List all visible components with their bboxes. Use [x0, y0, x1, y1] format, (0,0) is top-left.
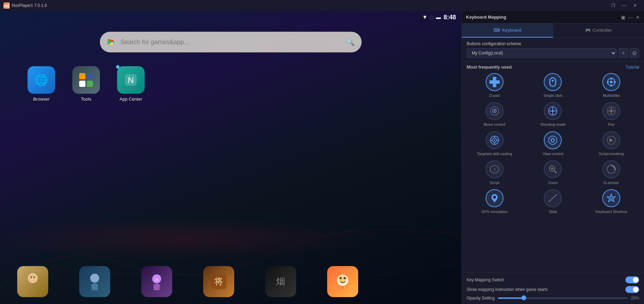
tools-app[interactable]: Tools [72, 66, 100, 102]
game-icon-1[interactable] [17, 266, 48, 297]
keyboard-tab-icon: ⌨ [494, 28, 500, 33]
control-gsensor[interactable]: G-sensor [583, 160, 639, 185]
freq-section: Most frequently used Tutorial D-pad Sing [462, 62, 644, 273]
appcenter-app[interactable]: N App Center [117, 66, 145, 102]
svg-text:⚔: ⚔ [155, 276, 159, 282]
script-invoking-icon [606, 135, 616, 145]
tutorial-link[interactable]: Tutorial [625, 65, 639, 70]
control-view[interactable]: View control [525, 131, 581, 156]
clock-display: 8:48 [444, 14, 456, 21]
freq-title: Most frequently used [467, 64, 512, 70]
freq-header: Most frequently used Tutorial [467, 64, 639, 70]
emulator-screen: ▼ □ ▬ 8:48 🔍 [0, 11, 461, 304]
tab-keyboard[interactable]: ⌨ Keyboard [462, 23, 553, 38]
kb-shortcut-icon-container [602, 189, 620, 207]
multistrike-icon-container [602, 73, 620, 91]
script-icon: S [489, 164, 500, 174]
controls-grid: D-pad Single click [467, 73, 639, 214]
gps-icon [489, 193, 500, 203]
tab-controller[interactable]: 🎮 Controller [553, 23, 644, 38]
key-mapping-switch-row: Key Mapping Switch [467, 276, 639, 283]
control-dpad[interactable]: D-pad [467, 73, 522, 98]
search-bar[interactable]: 🔍 [100, 32, 362, 52]
keyboard-mapping-panel: Keyboard Mapping ▣ — ✕ ⌨ Keyboard 🎮 Cont… [461, 11, 644, 304]
svg-point-30 [610, 78, 612, 80]
control-multistrike[interactable]: Multistrike [583, 73, 639, 98]
game-icon-2[interactable] [79, 266, 110, 297]
svg-point-62 [493, 196, 496, 199]
svg-point-29 [614, 81, 616, 83]
svg-point-31 [610, 84, 612, 87]
targeted-icon-container [486, 131, 503, 149]
google-play-icon [107, 37, 116, 47]
shooting-icon [548, 106, 558, 116]
control-single-click[interactable]: Single click [525, 73, 581, 98]
status-bar: ▼ □ ▬ 8:48 [422, 11, 461, 23]
key-mapping-switch-label: Key Mapping Switch [467, 277, 625, 282]
svg-point-13 [31, 276, 32, 278]
gsensor-label: G-sensor [604, 180, 619, 185]
game-icon-4[interactable]: 将 [203, 266, 234, 297]
kb-shortcut-icon [606, 193, 616, 203]
panel-minimize-icon[interactable]: — [628, 14, 633, 20]
restore-button[interactable]: ❐ [607, 0, 619, 11]
control-zoom[interactable]: Zoom [525, 160, 581, 185]
game-icon-5[interactable]: 烟 [265, 266, 296, 297]
control-script-invoking[interactable]: Script-invoking [583, 131, 639, 156]
single-click-icon [549, 77, 556, 87]
shooting-label: Shooting mode [540, 122, 565, 127]
config-row: My Config(Local) + ⚙ [467, 48, 639, 58]
svg-point-15 [90, 274, 99, 283]
search-icon: 🔍 [346, 38, 355, 46]
mapping-instruction-toggle[interactable] [625, 286, 639, 293]
config-settings-button[interactable]: ⚙ [630, 48, 639, 58]
control-script[interactable]: S Script [467, 160, 522, 185]
svg-point-52 [552, 139, 554, 141]
svg-point-14 [33, 276, 35, 278]
opacity-slider[interactable] [498, 297, 627, 299]
svg-point-27 [610, 81, 613, 83]
zoom-icon [548, 164, 558, 174]
game-icon-6[interactable]: R [327, 266, 358, 297]
control-gps[interactable]: GPS simulation [467, 189, 522, 214]
gsensor-icon-container [602, 160, 620, 178]
appcenter-icon: N [117, 66, 145, 94]
browser-app[interactable]: 🌐 Browser [28, 66, 55, 102]
control-slide[interactable]: Slide [525, 189, 581, 214]
game-icon-3[interactable]: ⚔ [141, 266, 172, 297]
add-config-button[interactable]: + [619, 48, 628, 58]
svg-rect-6 [79, 81, 85, 87]
search-input[interactable] [121, 39, 342, 46]
panel-title: Keyboard Mapping [466, 14, 621, 20]
script-icon-container: S [486, 160, 503, 178]
key-mapping-toggle[interactable] [625, 276, 639, 283]
svg-point-12 [30, 275, 35, 282]
targeted-label: Targeted skill-casting [477, 151, 512, 156]
fire-label: Fire [608, 122, 615, 127]
controller-tab-icon: 🎮 [585, 28, 591, 33]
gps-label: GPS simulation [481, 209, 508, 214]
control-kb-shortcut[interactable]: Keyboard Shortcut [583, 189, 639, 214]
config-section: Buttons configuration scheme My Config(L… [462, 38, 644, 62]
svg-text:将: 将 [214, 276, 223, 286]
control-fire[interactable]: Fire [583, 102, 639, 127]
zoom-icon-container [544, 160, 562, 178]
mapping-instruction-switch-row: Show mapping instruction when game start… [467, 286, 639, 293]
close-button[interactable]: ✕ [630, 0, 641, 11]
fire-icon [606, 106, 616, 116]
window-controls: ❐ — ✕ [607, 0, 641, 11]
opacity-thumb[interactable] [521, 295, 526, 300]
panel-settings-icon[interactable]: ▣ [621, 14, 625, 20]
panel-header: Keyboard Mapping ▣ — ✕ [462, 11, 644, 23]
signal-icon: □ [430, 14, 433, 20]
control-move[interactable]: Move control [467, 102, 522, 127]
opacity-row: Opacity Setting 20% [467, 296, 639, 301]
app-title: NoxPlayer1 7.0.1.6 [12, 3, 47, 8]
control-targeted[interactable]: Targeted skill-casting [467, 131, 522, 156]
svg-point-23 [340, 277, 342, 279]
panel-close-icon[interactable]: ✕ [636, 14, 640, 20]
minimize-button[interactable]: — [619, 0, 630, 11]
script-label: Script [490, 180, 499, 185]
control-shooting[interactable]: Shooting mode [525, 102, 581, 127]
config-scheme-select[interactable]: My Config(Local) [467, 48, 616, 58]
